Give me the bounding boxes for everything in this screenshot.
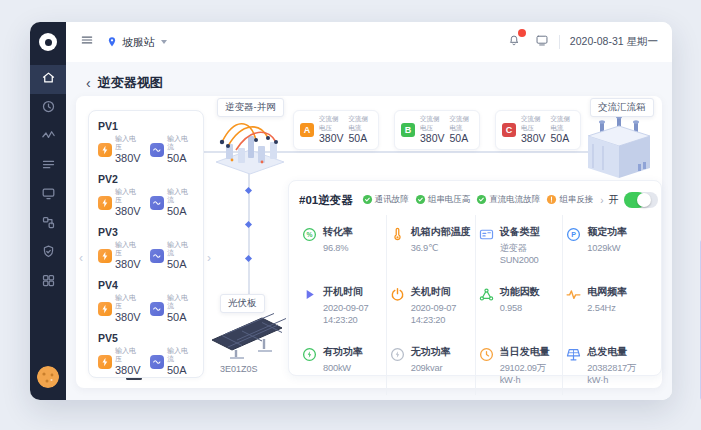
sidebar-item-trend[interactable] bbox=[30, 123, 66, 152]
hamburger-menu-icon[interactable] bbox=[80, 33, 94, 51]
pv-list-panel: PV1输入电压380V输入电流50APV2输入电压380V输入电流50APV3输… bbox=[88, 110, 204, 378]
pv-current-label: 输入电流 bbox=[167, 347, 194, 364]
sidebar-item-clock[interactable] bbox=[30, 94, 66, 123]
pv-name: PV4 bbox=[98, 279, 194, 291]
pv-current-label: 输入电流 bbox=[167, 241, 194, 258]
diagram-canvas: PV1输入电压380V输入电流50APV2输入电压380V输入电流50APV3输… bbox=[76, 96, 662, 388]
pv-current-stat: 输入电流50A bbox=[150, 347, 194, 377]
stat-cell-reactive-power: 无功功率209kvar bbox=[387, 335, 476, 395]
notification-badge bbox=[518, 29, 526, 37]
user-avatar[interactable] bbox=[37, 366, 59, 388]
legend-more-button[interactable]: › bbox=[600, 195, 603, 206]
sidebar-item-home[interactable] bbox=[30, 65, 66, 94]
pv-name: PV3 bbox=[98, 226, 194, 238]
pulse-icon bbox=[565, 286, 582, 307]
trend-icon bbox=[41, 128, 56, 147]
check-circle-icon bbox=[476, 191, 487, 209]
device-icon bbox=[478, 226, 495, 247]
pv-voltage-stat: 输入电压380V bbox=[98, 294, 142, 324]
chevron-down-icon bbox=[161, 40, 167, 44]
ac-current-label: 交流侧电流 bbox=[349, 115, 372, 132]
voltage-bolt-icon bbox=[98, 355, 112, 369]
stat-label: 转化率 bbox=[323, 225, 353, 239]
clock-icon bbox=[41, 99, 56, 118]
pv-voltage-stat: 输入电压380V bbox=[98, 241, 142, 271]
reactive-power-icon bbox=[389, 346, 406, 367]
carousel-prev-button[interactable]: ‹ bbox=[79, 252, 83, 264]
pv-current-label: 输入电流 bbox=[167, 188, 194, 205]
pv-current-value: 50A bbox=[167, 205, 194, 218]
legend-label: 组串电压高 bbox=[428, 194, 471, 206]
home-icon bbox=[41, 70, 56, 89]
combiner-tooltip: 交流汇流箱 bbox=[590, 98, 654, 117]
pv-voltage-value: 380V bbox=[115, 152, 142, 165]
pv-current-value: 50A bbox=[167, 311, 194, 324]
stat-value: 209kvar bbox=[411, 362, 451, 374]
app-window: 坡服站 2020-08-31 星期一 ‹ 逆变器视图 bbox=[30, 22, 672, 400]
shutdown-icon bbox=[389, 286, 406, 307]
pv-voltage-label: 输入电压 bbox=[115, 347, 142, 364]
pv-list-item[interactable]: PV4输入电压380V输入电流50A bbox=[98, 279, 194, 324]
fullscreen-button[interactable] bbox=[535, 33, 549, 51]
stat-value: 36.9℃ bbox=[411, 242, 471, 254]
stat-label: 机箱内部温度 bbox=[411, 225, 471, 239]
legend-item: 组串反接 bbox=[546, 191, 593, 209]
check-circle-icon bbox=[362, 191, 373, 209]
stat-cell-power-p: P额定功率1029kW bbox=[563, 215, 651, 275]
monitor-icon bbox=[41, 186, 56, 205]
check-circle-icon bbox=[415, 191, 426, 209]
pv-voltage-label: 输入电压 bbox=[115, 188, 142, 205]
stat-value: 2020-09-07 14:23:20 bbox=[323, 302, 369, 326]
shield-icon bbox=[41, 244, 56, 263]
thermometer-icon bbox=[389, 226, 406, 247]
sidebar-item-nodes[interactable] bbox=[30, 210, 66, 239]
stat-label: 有功功率 bbox=[323, 345, 363, 359]
sidebar-item-list[interactable] bbox=[30, 152, 66, 181]
app-logo bbox=[39, 33, 57, 51]
power-toggle[interactable] bbox=[624, 192, 658, 208]
phase-badge: B bbox=[401, 123, 415, 137]
notifications-button[interactable] bbox=[507, 33, 521, 51]
stat-value: 2020-09-07 14:23:20 bbox=[411, 302, 457, 326]
legend-item: 直流电流故障 bbox=[476, 191, 540, 209]
stats-panel-header: #01逆变器 通讯故障组串电压高直流电流故障组串反接 › 开 bbox=[299, 191, 651, 209]
ac-current-label: 交流侧电流 bbox=[551, 115, 574, 132]
stat-cell-convert: %转化率96.8% bbox=[299, 215, 387, 275]
pv-board-code: 3E01Z0S bbox=[220, 364, 258, 374]
phase-chip-c: C交流侧电压380V交流侧电流50A bbox=[495, 110, 581, 150]
pv-current-value: 50A bbox=[167, 364, 194, 377]
ac-voltage-value: 380V bbox=[420, 132, 445, 145]
pv-list-item[interactable]: PV1输入电压380V输入电流50A bbox=[98, 120, 194, 165]
divider bbox=[559, 35, 560, 49]
sidebar-item-monitor[interactable] bbox=[30, 181, 66, 210]
ac-voltage-label: 交流侧电压 bbox=[319, 115, 344, 132]
pv-list-item[interactable]: PV2输入电压380V输入电流50A bbox=[98, 173, 194, 218]
stat-cell-shutdown: 关机时间2020-09-07 14:23:20 bbox=[387, 275, 476, 335]
pv-current-stat: 输入电流50A bbox=[150, 241, 194, 271]
connector-node bbox=[245, 187, 252, 194]
sidebar-item-grid[interactable] bbox=[30, 268, 66, 297]
ac-voltage-label: 交流侧电压 bbox=[420, 115, 445, 132]
inverter-illustration bbox=[212, 112, 288, 176]
stat-value: 96.8% bbox=[323, 242, 353, 254]
stat-cell-factor: 功能因数0.958 bbox=[476, 275, 564, 335]
legend-item: 通讯故障 bbox=[362, 191, 409, 209]
station-selector[interactable]: 坡服站 bbox=[106, 35, 167, 50]
convert-icon: % bbox=[301, 226, 318, 247]
voltage-bolt-icon bbox=[98, 143, 112, 157]
switch-label: 开 bbox=[609, 193, 619, 207]
pv-current-value: 50A bbox=[167, 258, 194, 271]
pv-voltage-stat: 输入电压380V bbox=[98, 135, 142, 165]
sidebar-item-shield[interactable] bbox=[30, 239, 66, 268]
desktop-background: 坡服站 2020-08-31 星期一 ‹ 逆变器视图 bbox=[0, 0, 701, 430]
pv-name: PV5 bbox=[98, 332, 194, 344]
stat-value: 800kW bbox=[323, 362, 363, 374]
carousel-next-button[interactable]: › bbox=[207, 252, 211, 264]
pv-list-item[interactable]: PV5输入电压380V输入电流50A bbox=[98, 332, 194, 377]
voltage-bolt-icon bbox=[98, 249, 112, 263]
back-button[interactable]: ‹ bbox=[86, 76, 91, 90]
inverter-tooltip: 逆变器-并网 bbox=[217, 98, 284, 117]
connector-node bbox=[245, 221, 252, 228]
pv-list-item[interactable]: PV3输入电压380V输入电流50A bbox=[98, 226, 194, 271]
stat-cell-device: 设备类型逆变器SUN2000 bbox=[476, 215, 564, 275]
